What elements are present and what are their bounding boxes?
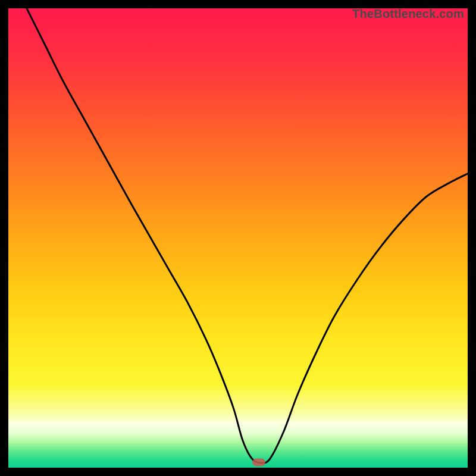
watermark-text: TheBottleneck.com [352, 7, 464, 21]
plot-area: TheBottleneck.com [8, 8, 468, 468]
bottleneck-curve [8, 8, 468, 468]
optimal-point-marker [252, 458, 265, 466]
curve-path [27, 8, 468, 463]
